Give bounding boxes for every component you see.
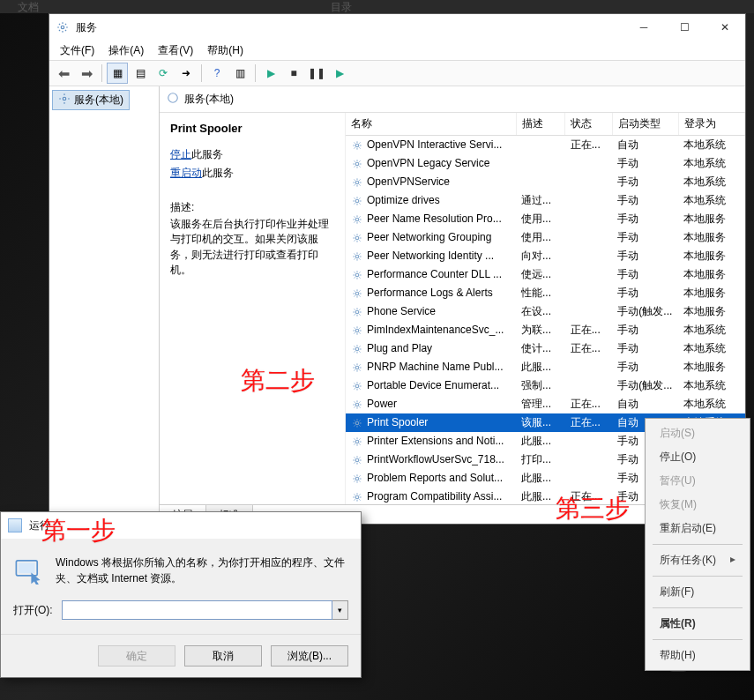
svg-point-21 — [355, 477, 359, 480]
table-row[interactable]: OpenVPNService手动本地系统 — [346, 173, 745, 191]
background-app-bar: 文档 目录 — [0, 0, 754, 13]
svg-point-2 — [168, 93, 178, 103]
ok-button[interactable]: 确定 — [98, 645, 175, 666]
gear-icon — [351, 343, 363, 355]
tree-pane: 服务(本地) — [49, 86, 160, 524]
svg-point-13 — [355, 329, 359, 332]
ctx-all-tasks[interactable]: 所有任务(K) — [647, 548, 748, 572]
back-button[interactable]: ⬅ — [53, 63, 74, 84]
table-row[interactable]: Peer Networking Identity ...向对...手动本地服务 — [346, 247, 745, 265]
col-startup[interactable]: 启动类型 — [612, 113, 678, 136]
ctx-restart[interactable]: 重新启动(E) — [647, 517, 748, 540]
ctx-pause: 暂停(U) — [647, 469, 748, 493]
dropdown-button[interactable]: ▾ — [332, 600, 348, 620]
titlebar[interactable]: 服务 ─ ☐ ✕ — [49, 14, 745, 41]
table-row[interactable]: Phone Service在设...手动(触发...本地服务 — [346, 302, 745, 321]
menubar: 文件(F) 操作(A) 查看(V) 帮助(H) — [49, 41, 745, 60]
run-open-label: 打开(O): — [13, 603, 53, 618]
browse-button[interactable]: 浏览(B)... — [271, 645, 348, 666]
gear-icon — [351, 380, 363, 392]
col-status[interactable]: 状态 — [565, 113, 613, 136]
table-row[interactable]: Peer Name Resolution Pro...使用...手动本地服务 — [346, 210, 745, 228]
table-row[interactable]: Portable Device Enumerat...强制...手动(触发...… — [346, 376, 745, 395]
gear-icon — [351, 306, 363, 318]
svg-point-11 — [355, 292, 359, 295]
ctx-resume: 恢复(M) — [647, 493, 748, 517]
run-description: Windows 将根据你所输入的名称，为你打开相应的程序、文件夹、文档或 Int… — [56, 555, 348, 586]
gear-icon — [351, 213, 363, 226]
menu-file[interactable]: 文件(F) — [55, 41, 100, 60]
table-row[interactable]: OpenVPN Legacy Service手动本地系统 — [346, 154, 745, 173]
table-row[interactable]: OpenVPN Interactive Servi...正在...自动本地系统 — [346, 136, 745, 155]
svg-point-15 — [355, 366, 359, 369]
close-button[interactable]: ✕ — [705, 14, 745, 41]
col-desc[interactable]: 描述 — [516, 113, 565, 136]
refresh-button[interactable]: ⟳ — [153, 63, 174, 84]
gear-icon — [351, 361, 363, 374]
ctx-properties[interactable]: 属性(R) — [647, 612, 748, 636]
gear-icon — [351, 417, 363, 429]
properties-button[interactable]: ▤ — [130, 63, 151, 84]
ctx-stop[interactable]: 停止(O) — [647, 445, 748, 469]
table-row[interactable]: Power管理...正在...自动本地系统 — [346, 395, 745, 413]
table-row[interactable]: Performance Logs & Alerts性能...手动本地服务 — [346, 284, 745, 302]
gear-icon — [351, 491, 363, 503]
menu-action[interactable]: 操作(A) — [103, 41, 149, 60]
ctx-refresh[interactable]: 刷新(F) — [647, 580, 748, 604]
bg-tab-right: 目录 — [313, 0, 370, 13]
help-button[interactable]: ? — [206, 63, 228, 84]
svg-point-1 — [63, 97, 66, 101]
svg-point-8 — [355, 236, 359, 240]
ctx-start: 启动(S) — [647, 421, 748, 445]
pause-service-button[interactable]: ❚❚ — [306, 63, 327, 84]
table-row[interactable]: PNRP Machine Name Publ...此服...手动本地服务 — [346, 358, 745, 376]
annotation-step-2: 第二步 — [241, 364, 315, 398]
table-row[interactable]: Performance Counter DLL ...使远...手动本地服务 — [346, 265, 745, 284]
gear-icon — [55, 19, 71, 35]
menu-view[interactable]: 查看(V) — [153, 41, 198, 60]
table-row[interactable]: PimIndexMaintenanceSvc_...为联...正在...手动本地… — [346, 321, 745, 339]
minimize-button[interactable]: ─ — [623, 14, 664, 41]
col-logon[interactable]: 登录为 — [678, 113, 744, 136]
run-app-icon — [13, 555, 43, 585]
services-window: 服务 ─ ☐ ✕ 文件(F) 操作(A) 查看(V) 帮助(H) ⬅ ➡ ▦ ▤… — [49, 13, 746, 525]
ctx-help[interactable]: 帮助(H) — [647, 644, 748, 667]
table-row[interactable]: Plug and Play使计...正在...手动本地系统 — [346, 339, 745, 358]
detail-pane: Print Spooler 停止此服务 重启动此服务 描述: 该服务在后台执行打… — [160, 113, 345, 504]
gear-icon — [351, 158, 363, 170]
show-hide-button[interactable]: ▦ — [107, 63, 128, 84]
window-title: 服务 — [76, 20, 623, 35]
annotation-step-3: 第三步 — [556, 492, 630, 525]
table-row[interactable]: Optimize drives通过...手动本地系统 — [346, 191, 745, 210]
menu-help[interactable]: 帮助(H) — [202, 41, 249, 60]
svg-point-22 — [355, 495, 359, 499]
annotation-step-1: 第一步 — [41, 514, 116, 547]
export-button[interactable]: ➜ — [175, 63, 197, 84]
cancel-button[interactable]: 取消 — [184, 645, 262, 666]
forward-button[interactable]: ➡ — [76, 63, 97, 84]
column-button[interactable]: ▥ — [229, 63, 250, 84]
svg-point-6 — [355, 199, 359, 203]
tree-node-label: 服务(本地) — [74, 93, 123, 108]
restart-link[interactable]: 重启动 — [170, 167, 202, 179]
stop-service-button[interactable]: ■ — [283, 63, 304, 84]
gear-icon — [351, 250, 363, 263]
gear-icon — [351, 139, 363, 152]
gear-icon — [351, 398, 363, 411]
tree-node-services-local[interactable]: 服务(本地) — [52, 90, 130, 110]
gear-icon — [351, 195, 363, 207]
start-service-button[interactable]: ▶ — [260, 63, 281, 84]
col-name[interactable]: 名称 — [346, 113, 516, 136]
table-row[interactable]: Peer Networking Grouping使用...手动本地服务 — [346, 228, 745, 247]
gear-icon — [351, 269, 363, 281]
stop-link[interactable]: 停止 — [170, 148, 191, 160]
run-input[interactable] — [62, 600, 332, 620]
svg-point-12 — [355, 310, 359, 314]
svg-point-19 — [355, 440, 359, 443]
svg-point-7 — [355, 218, 359, 221]
restart-service-button[interactable]: ▶ — [329, 63, 350, 84]
gear-icon — [351, 454, 363, 466]
gear-icon — [351, 473, 363, 485]
svg-point-10 — [355, 273, 359, 277]
maximize-button[interactable]: ☐ — [664, 14, 705, 41]
